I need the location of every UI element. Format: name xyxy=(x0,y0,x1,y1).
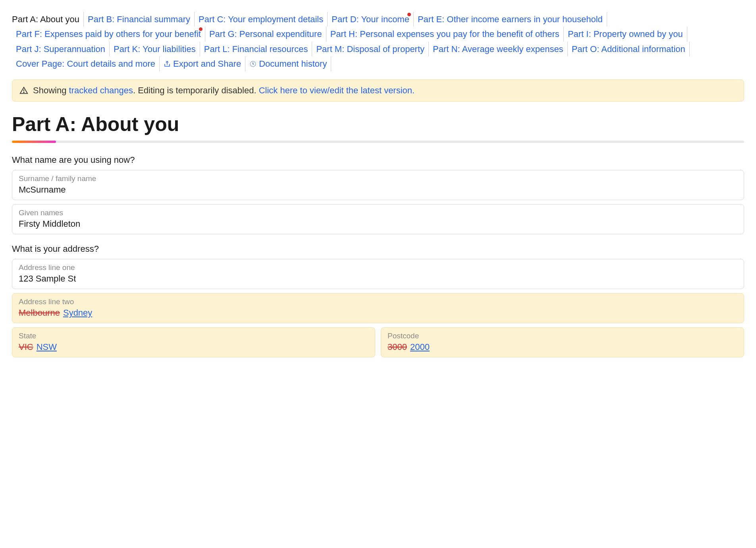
question-address: What is your address? xyxy=(12,244,744,254)
nav-tab-label: Part D: Your income xyxy=(332,12,409,27)
postcode-deleted: 3000 xyxy=(388,342,407,352)
nav-tab-9[interactable]: Part J: Superannuation xyxy=(12,42,110,56)
nav-tab-label: Export and Share xyxy=(173,56,241,71)
surname-field[interactable]: Surname / family name McSurname xyxy=(12,170,744,200)
postcode-value: 30002000 xyxy=(388,342,737,352)
nav-tab-11[interactable]: Part L: Financial resources xyxy=(200,42,312,56)
surname-label: Surname / family name xyxy=(19,174,737,183)
nav-tab-label: Part H: Personal expenses you pay for th… xyxy=(330,27,559,41)
tracked-changes-banner: Showing tracked changes. Editing is temp… xyxy=(12,79,744,102)
surname-value: McSurname xyxy=(19,185,737,195)
banner-text: Showing tracked changes. Editing is temp… xyxy=(33,85,415,96)
nav-tab-label: Part J: Superannuation xyxy=(16,42,105,56)
nav-tab-7[interactable]: Part H: Personal expenses you pay for th… xyxy=(326,27,564,41)
address-line-two-value: MelbourneSydney xyxy=(19,308,737,318)
nav-tab-12[interactable]: Part M: Disposal of property xyxy=(312,42,429,56)
tracked-changes-link[interactable]: tracked changes xyxy=(69,85,133,95)
postcode-field[interactable]: Postcode 30002000 xyxy=(381,327,744,357)
address-line-one-field[interactable]: Address line one 123 Sample St xyxy=(12,259,744,289)
state-deleted: VIC xyxy=(19,342,33,352)
state-added: NSW xyxy=(37,342,57,352)
address-line-one-value: 123 Sample St xyxy=(19,274,737,284)
nav-tab-label: Part O: Additional information xyxy=(572,42,685,56)
nav-tab-label: Part I: Property owned by you xyxy=(568,27,683,41)
progress-fill xyxy=(12,141,56,143)
nav-tab-4[interactable]: Part E: Other income earners in your hou… xyxy=(414,12,607,27)
nav-tab-13[interactable]: Part N: Average weekly expenses xyxy=(429,42,568,56)
state-field[interactable]: State VICNSW xyxy=(12,327,375,357)
question-name: What name are you using now? xyxy=(12,155,744,165)
clock-icon xyxy=(249,60,256,68)
state-value: VICNSW xyxy=(19,342,368,352)
address-line-one-label: Address line one xyxy=(19,263,737,272)
nav-tab-0[interactable]: Part A: About you xyxy=(12,12,84,27)
given-names-value: Firsty Middleton xyxy=(19,219,737,229)
warning-icon xyxy=(19,86,28,95)
postcode-added: 2000 xyxy=(410,342,430,352)
addr2-deleted: Melbourne xyxy=(19,308,60,318)
progress-bar xyxy=(12,141,744,143)
nav-tab-label: Part C: Your employment details xyxy=(199,12,323,27)
notification-dot xyxy=(199,27,202,31)
nav-tab-label: Part L: Financial resources xyxy=(204,42,308,56)
nav-tab-14[interactable]: Part O: Additional information xyxy=(568,42,690,56)
nav-tab-3[interactable]: Part D: Your income xyxy=(328,12,414,27)
postcode-label: Postcode xyxy=(388,332,737,340)
nav-tab-label: Part B: Financial summary xyxy=(88,12,190,27)
nav-tab-10[interactable]: Part K: Your liabilities xyxy=(110,42,200,56)
nav-tab-label: Part N: Average weekly expenses xyxy=(433,42,563,56)
nav-tab-label: Part K: Your liabilities xyxy=(114,42,196,56)
nav-tab-label: Part E: Other income earners in your hou… xyxy=(418,12,603,27)
nav-tab-16[interactable]: Export and Share xyxy=(160,56,245,71)
svg-point-2 xyxy=(23,92,24,92)
given-names-label: Given names xyxy=(19,208,737,217)
notification-dot xyxy=(407,13,411,16)
nav-tab-1[interactable]: Part B: Financial summary xyxy=(84,12,195,27)
nav-tab-label: Part G: Personal expenditure xyxy=(209,27,322,41)
addr2-added: Sydney xyxy=(63,308,92,318)
nav-tab-label: Document history xyxy=(259,56,327,71)
export-icon xyxy=(164,60,171,68)
nav-tab-6[interactable]: Part G: Personal expenditure xyxy=(205,27,326,41)
nav-tab-17[interactable]: Document history xyxy=(245,56,331,71)
page-title: Part A: About you xyxy=(12,113,744,136)
nav-tab-15[interactable]: Cover Page: Court details and more xyxy=(12,56,160,71)
navigation-tabs: Part A: About youPart B: Financial summa… xyxy=(12,12,744,71)
nav-tab-label: Part M: Disposal of property xyxy=(316,42,424,56)
nav-tab-5[interactable]: Part F: Expenses paid by others for your… xyxy=(12,27,205,41)
address-line-two-label: Address line two xyxy=(19,297,737,306)
state-label: State xyxy=(19,332,368,340)
nav-tab-label: Cover Page: Court details and more xyxy=(16,56,155,71)
nav-tab-2[interactable]: Part C: Your employment details xyxy=(195,12,328,27)
address-line-two-field[interactable]: Address line two MelbourneSydney xyxy=(12,293,744,323)
nav-tab-label: Part A: About you xyxy=(12,12,79,27)
given-names-field[interactable]: Given names Firsty Middleton xyxy=(12,204,744,234)
view-latest-link[interactable]: Click here to view/edit the latest versi… xyxy=(259,85,415,95)
nav-tab-label: Part F: Expenses paid by others for your… xyxy=(16,27,201,41)
nav-tab-8[interactable]: Part I: Property owned by you xyxy=(564,27,687,41)
